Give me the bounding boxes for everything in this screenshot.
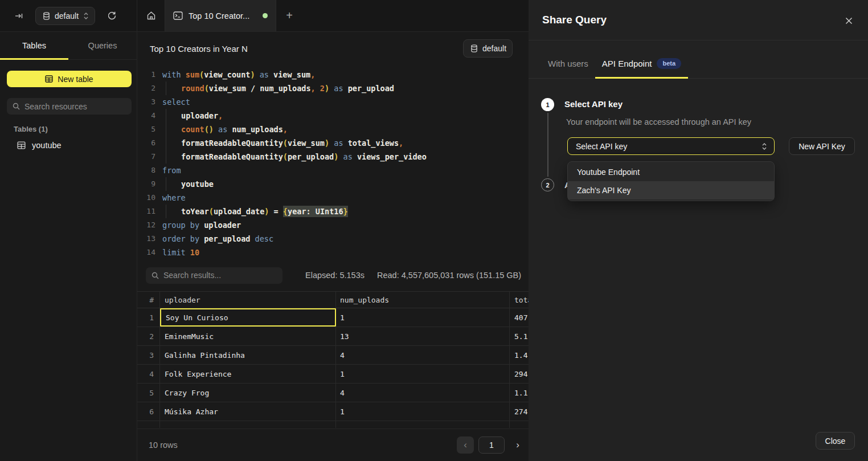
- num-uploads-cell[interactable]: 4: [336, 346, 510, 364]
- code-line-content: toYear(upload_date) = {year: UInt16}: [162, 205, 348, 218]
- sidebar: Tables Queries New table Tables (1) yout…: [0, 32, 137, 461]
- api-key-select[interactable]: Select API key: [567, 137, 775, 155]
- new-tab-button[interactable]: +: [276, 0, 302, 31]
- code-line-content: with sum(view_count) as view_sum,: [162, 68, 315, 81]
- refresh-button[interactable]: [103, 7, 120, 25]
- line-number: 9: [137, 177, 155, 191]
- pagination: ‹ 1 ›: [457, 436, 526, 454]
- line-number: 11: [137, 205, 155, 218]
- num-uploads-cell[interactable]: 13: [336, 327, 510, 345]
- query-title: Top 10 Creators in Year N: [137, 44, 248, 54]
- code-line-content: from: [162, 164, 181, 177]
- tab-top-10-creators[interactable]: Top 10 Creator...: [165, 0, 276, 31]
- sidebar-search-input[interactable]: [24, 102, 126, 111]
- results-search-input[interactable]: [163, 271, 277, 280]
- row-index-cell[interactable]: 2: [137, 327, 160, 345]
- query-database-select-value: default: [482, 44, 506, 53]
- line-number: 5: [137, 123, 155, 136]
- line-number: 14: [137, 246, 155, 259]
- refresh-icon: [107, 11, 117, 21]
- step-connector-line: [547, 113, 548, 177]
- read-stat: Read: 4,557,605,031 rows (151.15 GB): [377, 271, 521, 280]
- arrow-to-bar-icon: [14, 11, 23, 21]
- chevron-right-icon: ›: [516, 439, 519, 451]
- row-index-cell[interactable]: 3: [137, 346, 160, 364]
- close-panel-button[interactable]: [843, 15, 854, 26]
- code-line-content: select: [162, 95, 190, 109]
- table-grid-icon: [17, 141, 26, 149]
- database-icon: [43, 12, 50, 20]
- panel-header: Share Query: [529, 0, 868, 40]
- uploader-cell[interactable]: Folk Experience: [160, 365, 336, 383]
- row-count: 10 rows: [137, 440, 178, 450]
- panel-title: Share Query: [529, 14, 607, 26]
- tab-api-endpoint[interactable]: API Endpoint beta: [595, 48, 688, 78]
- prev-page-button[interactable]: ‹: [457, 436, 474, 454]
- row-index-cell[interactable]: 1: [137, 308, 160, 327]
- column-header-index[interactable]: #: [137, 292, 160, 308]
- line-number: 8: [137, 164, 155, 177]
- uploader-cell[interactable]: Crazy Frog: [160, 384, 336, 402]
- column-header-num-uploads[interactable]: num_uploads: [336, 292, 510, 308]
- code-line-content: formatReadableQuantity(per_upload) as vi…: [162, 150, 427, 164]
- uploader-cell[interactable]: Músika Azhar: [160, 402, 336, 421]
- query-database-select[interactable]: default: [463, 39, 513, 58]
- code-line-content: count() as num_uploads,: [162, 123, 288, 136]
- row-index-cell[interactable]: 6: [137, 402, 160, 421]
- results-search[interactable]: [146, 267, 282, 284]
- api-key-option[interactable]: Youtube Endpoint: [568, 163, 774, 181]
- table-name: youtube: [32, 141, 62, 150]
- code-line-content: youtube: [162, 177, 214, 191]
- database-icon: [470, 44, 478, 52]
- row-index-cell[interactable]: 4: [137, 365, 160, 383]
- home-icon: [146, 11, 156, 21]
- step-1-title: Select API key: [564, 99, 623, 109]
- home-button[interactable]: [137, 0, 165, 31]
- sidebar-tab-queries[interactable]: Queries: [68, 32, 137, 59]
- num-uploads-cell[interactable]: 4: [336, 384, 510, 402]
- line-number: 4: [137, 109, 155, 123]
- new-table-label: New table: [58, 75, 93, 84]
- num-uploads-cell[interactable]: 1: [336, 402, 510, 421]
- code-line-content: where: [162, 191, 186, 205]
- database-select[interactable]: default: [35, 7, 95, 25]
- sidebar-search[interactable]: [7, 98, 132, 115]
- api-key-option[interactable]: Zach's API Key: [568, 181, 774, 199]
- row-index-cell[interactable]: 5: [137, 384, 160, 402]
- current-page-button[interactable]: 1: [478, 436, 505, 454]
- step-1-indicator: 1: [541, 98, 554, 111]
- unsaved-changes-dot: [263, 13, 268, 18]
- uploader-cell[interactable]: EminemMusic: [160, 327, 336, 345]
- beta-badge: beta: [657, 58, 681, 69]
- line-number: 13: [137, 232, 155, 246]
- sidebar-item-youtube[interactable]: youtube: [7, 137, 132, 154]
- code-line-content: round(view_sum / num_uploads, 2) as per_…: [162, 81, 394, 95]
- column-header-uploader[interactable]: uploader: [160, 292, 336, 308]
- close-button[interactable]: Close: [816, 432, 855, 450]
- next-page-button[interactable]: ›: [509, 436, 526, 454]
- search-icon: [152, 272, 159, 279]
- uploader-cell[interactable]: Galinha Pintadinha: [160, 346, 336, 364]
- step-1-description: Your endpoint will be accessed through a…: [566, 117, 751, 127]
- line-number: 6: [137, 136, 155, 150]
- selected-cell-uploader[interactable]: Soy Un Curioso: [160, 308, 336, 327]
- num-uploads-cell[interactable]: 1: [336, 365, 510, 383]
- tables-section-label: Tables (1): [14, 125, 48, 133]
- search-icon: [13, 103, 20, 110]
- table-grid-icon: [45, 75, 53, 83]
- line-number: 1: [137, 68, 155, 81]
- close-icon: [845, 17, 853, 25]
- sidebar-tab-tables[interactable]: Tables: [0, 32, 68, 59]
- api-key-menu: Youtube EndpointZach's API Key: [567, 161, 775, 201]
- collapse-sidebar-button[interactable]: [10, 7, 27, 25]
- sidebar-tabs: Tables Queries: [0, 32, 137, 60]
- new-table-button[interactable]: New table: [7, 71, 132, 87]
- new-api-key-button[interactable]: New API Key: [789, 137, 855, 155]
- tab-with-users[interactable]: With users: [541, 48, 595, 78]
- num-uploads-cell[interactable]: 1: [336, 308, 510, 327]
- tab-api-endpoint-label: API Endpoint: [602, 59, 652, 68]
- line-number: 7: [137, 150, 155, 164]
- tab-label: Top 10 Creator...: [189, 11, 257, 21]
- chevron-up-down-icon: [83, 12, 89, 20]
- line-number: 12: [137, 218, 155, 232]
